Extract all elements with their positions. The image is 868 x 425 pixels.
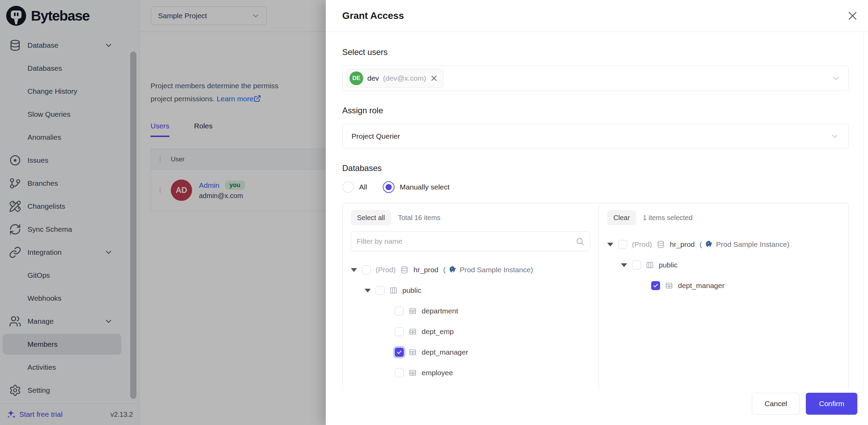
table-name: department	[422, 307, 458, 315]
table-icon	[409, 307, 417, 315]
chip-user-email: (dev@x.com)	[383, 74, 426, 82]
select-all-button[interactable]: Select all	[351, 210, 391, 225]
database-icon	[657, 240, 665, 249]
search-icon	[576, 237, 585, 246]
check-icon	[396, 349, 402, 355]
role-select[interactable]: Project Querier	[342, 124, 849, 149]
postgresql-icon	[704, 240, 714, 249]
database-name: hr_prod	[413, 266, 438, 274]
tree-row-table: dept_manager	[351, 342, 590, 363]
tree-row-database: (Prod) hr_prod (Prod Sample Instance)	[607, 234, 840, 255]
postgresql-icon	[448, 265, 457, 275]
instance-name: Prod Sample Instance)	[716, 240, 790, 249]
caret-down-icon[interactable]	[607, 243, 613, 246]
selected-pane: Clear 1 items selected (Prod) hr_prod (P…	[599, 203, 848, 391]
database-name: hr_prod	[670, 240, 694, 249]
tree-row-schema: public	[607, 255, 840, 275]
role-select-value: Project Querier	[352, 132, 400, 140]
modal-body: Select users DE dev (dev@x.com) Assign r…	[326, 32, 868, 391]
tree-row-table: employee	[351, 363, 590, 383]
database-transfer-panel: Select all Total 16 items (Prod)	[342, 203, 849, 391]
schema-icon	[389, 286, 398, 295]
modal-title: Grant Access	[342, 10, 404, 21]
database-icon	[400, 266, 409, 274]
checkbox-checked[interactable]	[651, 281, 660, 290]
radio-all[interactable]: All	[342, 181, 367, 193]
table-name: dept_emp	[422, 328, 454, 336]
source-tree: (Prod) hr_prod (Prod Sample Instance) pu…	[351, 260, 590, 383]
selected-items-label: 1 items selected	[643, 214, 693, 222]
env-label: (Prod)	[376, 266, 396, 274]
tree-row-table: dept_manager	[607, 275, 840, 296]
table-icon	[409, 328, 417, 336]
radio-circle-checked[interactable]	[383, 181, 394, 193]
instance-label: (Prod Sample Instance)	[700, 240, 790, 249]
user-chip: DE dev (dev@x.com)	[347, 69, 444, 88]
schema-icon	[646, 261, 654, 269]
modal-header: Grant Access	[326, 0, 868, 32]
table-name: dept_manager	[422, 348, 468, 356]
instance-name: Prod Sample Instance)	[460, 266, 533, 274]
checkbox[interactable]	[395, 307, 404, 315]
confirm-button[interactable]: Confirm	[806, 393, 857, 415]
source-pane-header: Select all Total 16 items	[351, 210, 590, 225]
clear-button[interactable]: Clear	[607, 210, 636, 225]
checkbox[interactable]	[632, 261, 641, 269]
remove-user-icon[interactable]	[430, 74, 438, 82]
env-label: (Prod)	[632, 240, 652, 249]
select-users-input[interactable]: DE dev (dev@x.com)	[342, 66, 849, 91]
caret-down-icon[interactable]	[365, 289, 371, 292]
total-items-label: Total 16 items	[398, 214, 440, 222]
table-name: dept_manager	[678, 282, 724, 290]
select-users-label: Select users	[342, 47, 849, 57]
chevron-down-icon	[831, 73, 841, 83]
database-scope-radios: All Manually select	[342, 181, 849, 193]
schema-name: public	[402, 286, 421, 295]
tree-row-table: dept_emp	[351, 321, 590, 342]
tree-row-table: department	[351, 301, 590, 321]
paren: (	[443, 266, 446, 274]
paren: (	[700, 240, 702, 249]
checkbox[interactable]	[362, 265, 371, 274]
check-icon	[653, 283, 659, 289]
caret-down-icon[interactable]	[621, 263, 627, 267]
databases-label: Databases	[342, 163, 849, 173]
filter-input[interactable]	[357, 237, 576, 245]
checkbox[interactable]	[376, 286, 385, 295]
chevron-down-icon	[830, 131, 839, 141]
table-icon	[409, 369, 417, 377]
modal-scrollbar-track[interactable]	[864, 32, 868, 425]
chip-user-name: dev	[367, 74, 379, 82]
tree-row-database: (Prod) hr_prod (Prod Sample Instance)	[351, 260, 590, 280]
source-pane: Select all Total 16 items (Prod)	[343, 203, 599, 391]
close-icon[interactable]	[847, 10, 858, 22]
selected-tree: (Prod) hr_prod (Prod Sample Instance) pu…	[607, 234, 840, 296]
filter-box	[351, 231, 590, 251]
checkbox[interactable]	[395, 368, 404, 377]
cancel-button[interactable]: Cancel	[752, 393, 800, 415]
radio-all-label: All	[359, 183, 367, 191]
caret-down-icon[interactable]	[351, 268, 357, 272]
grant-access-modal: Grant Access Select users DE dev (dev@x.…	[326, 0, 868, 425]
checkbox[interactable]	[395, 327, 404, 336]
radio-circle[interactable]	[342, 181, 354, 193]
tree-row-schema: public	[351, 280, 590, 301]
assign-role-label: Assign role	[342, 105, 849, 116]
schema-name: public	[659, 261, 678, 269]
modal-footer: Cancel Confirm	[326, 391, 868, 425]
table-icon	[409, 348, 417, 356]
avatar: DE	[349, 71, 363, 85]
selected-pane-header: Clear 1 items selected	[607, 210, 840, 225]
table-icon	[665, 282, 673, 290]
instance-label: (Prod Sample Instance)	[443, 265, 533, 275]
radio-manual-label: Manually select	[400, 183, 449, 191]
bytebase-app: Bytebase Database Databases Change Histo…	[0, 0, 868, 425]
checkbox-checked[interactable]	[395, 348, 404, 357]
radio-manually-select[interactable]: Manually select	[383, 181, 449, 193]
checkbox[interactable]	[618, 240, 627, 249]
table-name: employee	[422, 369, 453, 377]
